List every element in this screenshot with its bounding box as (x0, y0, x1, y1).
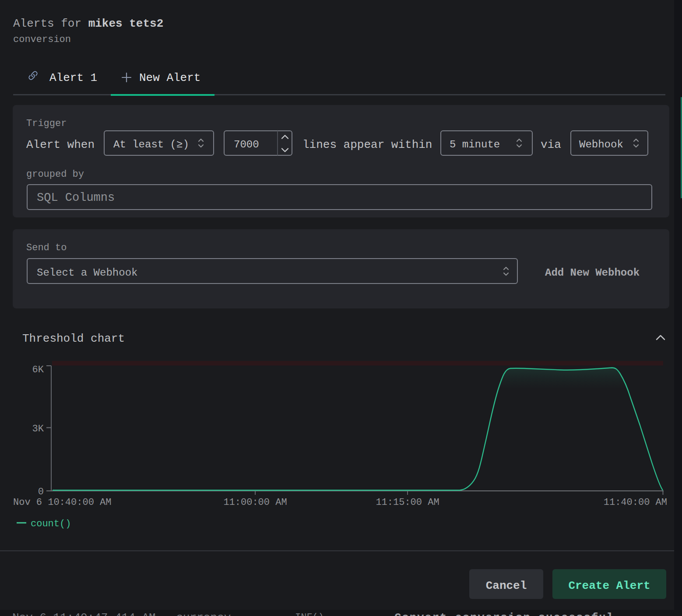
svg-text:Nov 6 10:40:00 AM: Nov 6 10:40:00 AM (13, 497, 111, 508)
svg-text:6K: 6K (32, 364, 44, 375)
svg-text:3K: 3K (32, 424, 44, 434)
svg-text:11:15:00 AM: 11:15:00 AM (376, 497, 439, 508)
svg-text:11:40:00 AM: 11:40:00 AM (604, 497, 667, 508)
svg-text:0: 0 (38, 486, 44, 497)
svg-text:count(): count() (31, 518, 71, 529)
svg-text:11:00:00 AM: 11:00:00 AM (223, 497, 287, 508)
